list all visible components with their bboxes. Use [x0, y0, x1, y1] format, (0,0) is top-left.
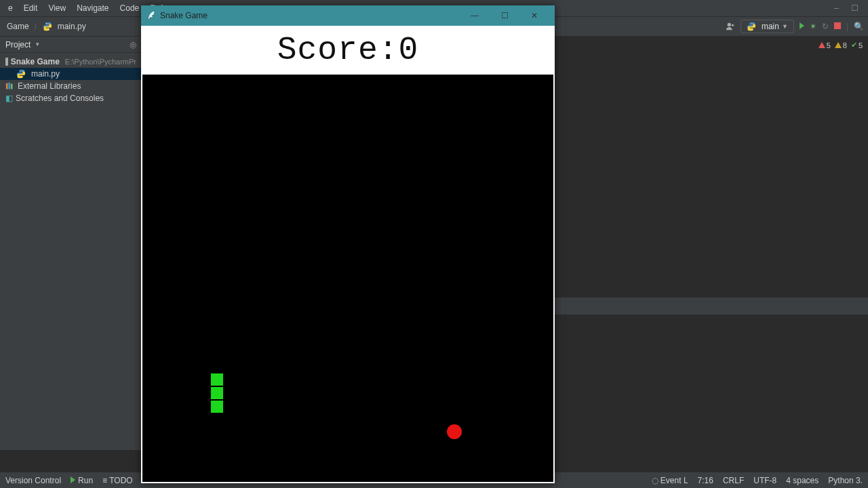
- crumb-project[interactable]: Game: [4, 22, 32, 31]
- project-header-label: Project: [5, 40, 31, 49]
- tree-root-label: Snake Game: [11, 57, 60, 66]
- warning-icon: [835, 42, 842, 48]
- snake-segment: [210, 400, 224, 413]
- crumb-file[interactable]: main.py: [55, 22, 89, 31]
- snake-segment: [210, 373, 224, 386]
- tree-file-label: main.py: [31, 69, 60, 79]
- menu-file[interactable]: e: [3, 1, 18, 16]
- tree-external-label: External Libraries: [18, 81, 81, 91]
- score-text: Score:0: [277, 32, 419, 68]
- crumb-sep-icon: 〉: [32, 21, 43, 33]
- toolbar-right: main ▼ ✶ ↻ | 🔍: [726, 20, 864, 33]
- tk-window-controls: — ☐ ✕: [460, 5, 549, 26]
- run-config-label: main: [762, 22, 779, 31]
- vcs-widget[interactable]: Version Control: [5, 476, 61, 485]
- line-separator[interactable]: CRLF: [723, 476, 744, 485]
- game-canvas[interactable]: [142, 75, 553, 482]
- run-widget[interactable]: Run: [71, 476, 93, 485]
- snake-segment: [210, 386, 224, 400]
- search-icon[interactable]: 🔍: [854, 22, 864, 31]
- tree-root[interactable]: Snake Game E:\Python\PycharmPr: [0, 56, 142, 68]
- svg-rect-3: [6, 83, 8, 89]
- ide-minimize-icon[interactable]: –: [834, 3, 839, 13]
- tk-title: Snake Game: [160, 11, 208, 20]
- python-file-icon: [747, 22, 756, 31]
- svg-rect-4: [8, 83, 10, 89]
- menu-navigate[interactable]: Navigate: [71, 1, 114, 16]
- menu-view[interactable]: View: [43, 1, 71, 16]
- menu-edit[interactable]: Edit: [18, 1, 43, 16]
- add-user-icon[interactable]: [726, 22, 735, 31]
- interpreter[interactable]: Python 3.: [828, 476, 863, 485]
- run-icon[interactable]: [800, 22, 804, 31]
- svg-point-2: [728, 23, 731, 26]
- warning-count: 8: [843, 41, 847, 49]
- library-icon: [5, 82, 15, 90]
- debug-icon[interactable]: ✶: [810, 22, 816, 31]
- svg-point-0: [45, 23, 46, 24]
- run-config-selector[interactable]: main ▼: [741, 20, 794, 33]
- svg-rect-5: [11, 84, 13, 89]
- target-icon[interactable]: ◎: [130, 40, 136, 49]
- tree-external-libraries[interactable]: External Libraries: [0, 80, 142, 92]
- tk-close-button[interactable]: ✕: [519, 5, 549, 26]
- tree-root-path: E:\Python\PycharmPr: [65, 58, 136, 66]
- todo-widget[interactable]: ≡ TODO: [102, 476, 133, 485]
- python-file-icon: [16, 69, 26, 79]
- food: [447, 424, 462, 439]
- ide-window-controls: – ☐: [834, 3, 868, 13]
- typo-count: 5: [859, 41, 863, 49]
- tree-file-main[interactable]: main.py: [0, 68, 142, 80]
- play-icon: [71, 476, 75, 483]
- menu-code[interactable]: Code: [115, 1, 145, 16]
- scratches-icon: ◧: [5, 94, 13, 103]
- tree-scratches-label: Scratches and Consoles: [16, 94, 104, 103]
- snake-game-window: Snake Game — ☐ ✕ Score:0: [141, 5, 555, 483]
- indent[interactable]: 4 spaces: [786, 476, 818, 485]
- tk-feather-icon: [146, 10, 156, 21]
- tree-scratches[interactable]: ◧ Scratches and Consoles: [0, 92, 142, 104]
- typo-icon: ✔: [851, 41, 857, 49]
- inspections-widget[interactable]: 5 8 ✔5: [818, 41, 863, 49]
- error-icon: [818, 42, 825, 48]
- svg-point-1: [48, 29, 49, 30]
- python-file-icon: [43, 22, 52, 31]
- tk-maximize-button[interactable]: ☐: [490, 5, 519, 26]
- encoding[interactable]: UTF-8: [753, 476, 776, 485]
- score-banner: Score:0: [141, 26, 555, 75]
- chevron-down-icon: ▼: [35, 41, 40, 47]
- coverage-icon[interactable]: ↻: [822, 22, 829, 31]
- cursor-position[interactable]: 7:16: [698, 476, 713, 485]
- folder-icon: [5, 58, 8, 66]
- error-count: 5: [827, 41, 831, 49]
- project-tree: Snake Game E:\Python\PycharmPr main.py E…: [0, 53, 142, 107]
- chevron-down-icon: ▼: [782, 23, 788, 30]
- tk-minimize-button[interactable]: —: [460, 5, 490, 26]
- event-log-widget[interactable]: ◌ Event L: [652, 476, 688, 485]
- project-header[interactable]: Project ▼ ◎: [0, 37, 142, 53]
- tk-titlebar[interactable]: Snake Game — ☐ ✕: [141, 5, 555, 26]
- ide-maximize-icon[interactable]: ☐: [851, 3, 859, 13]
- stop-icon[interactable]: [834, 22, 841, 31]
- project-tool-window: Project ▼ ◎ Snake Game E:\Python\Pycharm…: [0, 37, 142, 450]
